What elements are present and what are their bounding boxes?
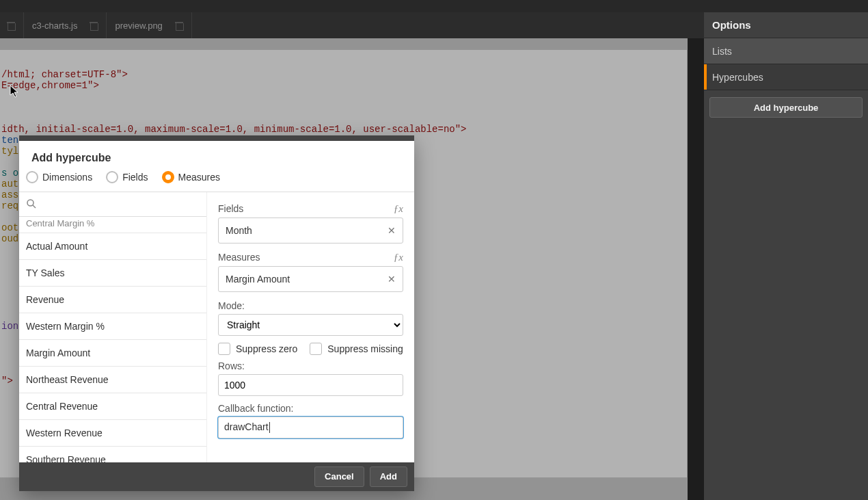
radio-label: Fields bbox=[122, 172, 148, 183]
svg-point-1 bbox=[27, 200, 33, 206]
measures-label: Measures bbox=[218, 252, 260, 263]
mode-label: Mode: bbox=[218, 300, 403, 311]
options-item-label: Hypercubes bbox=[712, 72, 763, 83]
search-input[interactable] bbox=[41, 198, 200, 209]
checks-row: Suppress zero Suppress missing bbox=[218, 343, 403, 355]
remove-field-button[interactable]: ✕ bbox=[388, 225, 396, 236]
checkbox-label: Suppress zero bbox=[236, 343, 297, 354]
modal-top-strip bbox=[19, 135, 414, 141]
mouse-cursor-icon bbox=[10, 85, 19, 98]
checkbox-icon bbox=[310, 343, 322, 355]
config-column: Fields ƒx Month ✕ Measures ƒx Margin Amo… bbox=[207, 192, 414, 462]
callback-input-wrap: drawChart bbox=[218, 417, 403, 438]
radio-fields[interactable]: Fields bbox=[106, 171, 148, 183]
suppress-missing-checkbox[interactable]: Suppress missing bbox=[310, 343, 403, 355]
modal-footer: Cancel Add bbox=[19, 462, 414, 491]
checkbox-label: Suppress missing bbox=[327, 343, 403, 354]
add-hypercube-modal: Add hypercube Dimensions Fields Measures… bbox=[19, 135, 414, 491]
options-title: Options bbox=[704, 12, 868, 38]
options-button-row: Add hypercube bbox=[704, 90, 868, 124]
fields-label: Fields bbox=[218, 203, 243, 214]
modal-title: Add hypercube bbox=[19, 141, 414, 170]
measures-label-row: Measures ƒx bbox=[218, 252, 403, 263]
measures-token[interactable]: Margin Amount ✕ bbox=[218, 266, 403, 292]
options-item-hypercubes[interactable]: Hypercubes bbox=[704, 64, 868, 90]
fx-icon[interactable]: ƒx bbox=[394, 203, 403, 215]
cancel-button[interactable]: Cancel bbox=[314, 466, 364, 487]
radio-label: Measures bbox=[178, 172, 220, 183]
list-item[interactable]: Southern Revenue bbox=[19, 447, 206, 462]
fields-token[interactable]: Month ✕ bbox=[218, 218, 403, 244]
search-icon bbox=[26, 198, 37, 209]
mode-select-wrap: Straight bbox=[218, 314, 403, 336]
list-item[interactable]: Margin Amount bbox=[19, 340, 206, 367]
callback-label: Callback function: bbox=[218, 403, 403, 414]
modal-body: Central Margin % Actual Amount TY Sales … bbox=[19, 192, 414, 462]
list-item[interactable]: Northeast Revenue bbox=[19, 367, 206, 393]
add-button[interactable]: Add bbox=[370, 466, 407, 487]
radio-measures[interactable]: Measures bbox=[162, 171, 220, 183]
list-item[interactable]: Central Revenue bbox=[19, 393, 206, 420]
radio-dimensions[interactable]: Dimensions bbox=[26, 171, 92, 183]
rows-input[interactable] bbox=[218, 374, 403, 396]
checkbox-icon bbox=[218, 343, 230, 355]
svg-line-2 bbox=[33, 205, 36, 208]
measure-list[interactable]: Central Margin % Actual Amount TY Sales … bbox=[19, 217, 206, 462]
list-item[interactable]: Central Margin % bbox=[19, 217, 206, 233]
measures-token-label: Margin Amount bbox=[226, 274, 290, 285]
list-item[interactable]: Actual Amount bbox=[19, 233, 206, 260]
list-item[interactable]: TY Sales bbox=[19, 260, 206, 287]
remove-measure-button[interactable]: ✕ bbox=[388, 274, 396, 285]
suppress-zero-checkbox[interactable]: Suppress zero bbox=[218, 343, 297, 355]
options-panel: Options Lists Hypercubes Add hypercube bbox=[704, 12, 868, 500]
search-row bbox=[19, 192, 206, 217]
fx-icon[interactable]: ƒx bbox=[394, 252, 403, 263]
add-hypercube-button[interactable]: Add hypercube bbox=[709, 97, 863, 118]
options-item-label: Lists bbox=[712, 46, 732, 57]
list-item[interactable]: Western Revenue bbox=[19, 420, 206, 447]
radio-label: Dimensions bbox=[42, 172, 92, 183]
list-item[interactable]: Revenue bbox=[19, 287, 206, 313]
callback-input[interactable] bbox=[218, 417, 403, 438]
list-item[interactable]: Western Margin % bbox=[19, 313, 206, 340]
options-item-lists[interactable]: Lists bbox=[704, 38, 868, 64]
fields-label-row: Fields ƒx bbox=[218, 203, 403, 215]
fields-token-label: Month bbox=[226, 225, 252, 236]
mode-select[interactable]: Straight bbox=[218, 314, 403, 336]
radio-icon bbox=[162, 171, 174, 183]
rows-label: Rows: bbox=[218, 360, 403, 371]
radio-icon bbox=[106, 171, 118, 183]
radio-icon bbox=[26, 171, 38, 183]
modal-radio-group: Dimensions Fields Measures bbox=[19, 170, 414, 192]
measure-picker: Central Margin % Actual Amount TY Sales … bbox=[19, 192, 207, 462]
